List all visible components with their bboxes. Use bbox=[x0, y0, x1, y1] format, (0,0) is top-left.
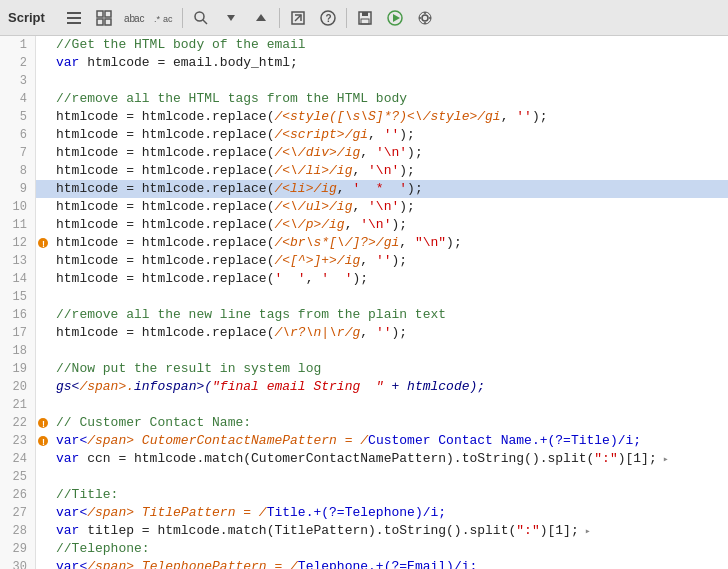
line-code: //Title: bbox=[50, 486, 728, 504]
code-line: 10htmlcode = htmlcode.replace(/<\/ul>/ig… bbox=[0, 198, 728, 216]
line-indicator bbox=[36, 288, 50, 306]
code-line: 27var</span> TitlePattern = /Title.+(?=T… bbox=[0, 504, 728, 522]
code-line: 1//Get the HTML body of the email bbox=[0, 36, 728, 54]
toolbar-title: Script bbox=[6, 10, 58, 25]
save-button[interactable] bbox=[351, 4, 379, 32]
line-code: htmlcode = htmlcode.replace(/\r?\n|\r/g,… bbox=[50, 324, 728, 342]
up-button[interactable] bbox=[247, 4, 275, 32]
svg-text:?: ? bbox=[326, 13, 332, 24]
settings-icon bbox=[417, 10, 433, 26]
code-line: 30var</span> TelephonePattern = /Telepho… bbox=[0, 558, 728, 569]
svg-text:!: ! bbox=[42, 239, 45, 249]
line-code: //remove all the HTML tags from the HTML… bbox=[50, 90, 728, 108]
line-code: var htmlcode = email.body_html; bbox=[50, 54, 728, 72]
svg-rect-1 bbox=[67, 17, 81, 19]
line-indicator bbox=[36, 360, 50, 378]
line-number: 30 bbox=[0, 558, 36, 569]
list-icon bbox=[65, 9, 83, 27]
svg-rect-6 bbox=[105, 19, 111, 25]
line-number: 18 bbox=[0, 342, 36, 360]
line-number: 4 bbox=[0, 90, 36, 108]
line-indicator bbox=[36, 486, 50, 504]
line-number: 12 bbox=[0, 234, 36, 252]
code-line: 12!htmlcode = htmlcode.replace(/<br\s*[\… bbox=[0, 234, 728, 252]
line-code: htmlcode = htmlcode.replace(/<\/li>/ig, … bbox=[50, 162, 728, 180]
line-number: 26 bbox=[0, 486, 36, 504]
code-line: 20gs</span>.infospan>("final email Strin… bbox=[0, 378, 728, 396]
dropdown-button[interactable] bbox=[217, 4, 245, 32]
line-number: 1 bbox=[0, 36, 36, 54]
ab-replace-button[interactable]: ab ac bbox=[120, 4, 148, 32]
code-line: 28var titlep = htmlcode.match(TitlePatte… bbox=[0, 522, 728, 540]
code-line: 6htmlcode = htmlcode.replace(/<script>/g… bbox=[0, 126, 728, 144]
line-indicator bbox=[36, 216, 50, 234]
code-line: 11htmlcode = htmlcode.replace(/<\/p>/ig,… bbox=[0, 216, 728, 234]
line-number: 5 bbox=[0, 108, 36, 126]
regex-icon: .* ac bbox=[153, 9, 175, 27]
line-number: 19 bbox=[0, 360, 36, 378]
line-number: 20 bbox=[0, 378, 36, 396]
line-number: 23 bbox=[0, 432, 36, 450]
regex-button[interactable]: .* ac bbox=[150, 4, 178, 32]
code-line: 9htmlcode = htmlcode.replace(/<li>/ig, '… bbox=[0, 180, 728, 198]
line-number: 21 bbox=[0, 396, 36, 414]
fold-arrow[interactable]: ▸ bbox=[579, 523, 589, 541]
line-indicator bbox=[36, 270, 50, 288]
svg-point-11 bbox=[195, 12, 204, 21]
separator-3 bbox=[346, 8, 347, 28]
separator-1 bbox=[182, 8, 183, 28]
line-number: 7 bbox=[0, 144, 36, 162]
svg-line-12 bbox=[203, 20, 207, 24]
line-code: htmlcode = htmlcode.replace(' ', ' '); bbox=[50, 270, 728, 288]
line-indicator bbox=[36, 540, 50, 558]
fold-arrow[interactable]: ▸ bbox=[657, 451, 667, 469]
line-indicator bbox=[36, 54, 50, 72]
svg-rect-20 bbox=[362, 12, 368, 16]
code-line: 14htmlcode = htmlcode.replace(' ', ' '); bbox=[0, 270, 728, 288]
up-icon bbox=[254, 11, 268, 25]
svg-text:ac: ac bbox=[134, 13, 145, 24]
line-number: 16 bbox=[0, 306, 36, 324]
line-indicator bbox=[36, 108, 50, 126]
svg-rect-5 bbox=[97, 19, 103, 25]
svg-rect-0 bbox=[67, 12, 81, 14]
settings-button[interactable] bbox=[411, 4, 439, 32]
line-code bbox=[50, 396, 728, 414]
search-button[interactable] bbox=[187, 4, 215, 32]
code-line: 26//Title: bbox=[0, 486, 728, 504]
export-icon bbox=[290, 10, 306, 26]
line-code: var</span> TitlePattern = /Title.+(?=Tel… bbox=[50, 504, 728, 522]
code-editor[interactable]: 1//Get the HTML body of the email2var ht… bbox=[0, 36, 728, 569]
line-indicator: ! bbox=[36, 432, 50, 450]
line-code bbox=[50, 342, 728, 360]
line-indicator: ! bbox=[36, 414, 50, 432]
line-number: 3 bbox=[0, 72, 36, 90]
code-line: 21 bbox=[0, 396, 728, 414]
line-code: htmlcode = htmlcode.replace(/<[^>]+>/ig,… bbox=[50, 252, 728, 270]
line-number: 27 bbox=[0, 504, 36, 522]
code-line: 23!var</span> CutomerContactNamePattern … bbox=[0, 432, 728, 450]
line-code: var</span> TelephonePattern = /Telephone… bbox=[50, 558, 728, 569]
line-indicator bbox=[36, 558, 50, 569]
help-button[interactable]: ? bbox=[314, 4, 342, 32]
ab-replace-icon: ab ac bbox=[123, 9, 145, 27]
svg-line-16 bbox=[295, 15, 301, 21]
line-indicator bbox=[36, 180, 50, 198]
line-indicator bbox=[36, 378, 50, 396]
code-line: 29//Telephone: bbox=[0, 540, 728, 558]
line-number: 17 bbox=[0, 324, 36, 342]
run-button[interactable] bbox=[381, 4, 409, 32]
export-button[interactable] bbox=[284, 4, 312, 32]
line-code: htmlcode = htmlcode.replace(/<style([\s\… bbox=[50, 108, 728, 126]
line-indicator bbox=[36, 90, 50, 108]
code-line: 15 bbox=[0, 288, 728, 306]
code-line: 22!// Customer Contact Name: bbox=[0, 414, 728, 432]
list-button[interactable] bbox=[60, 4, 88, 32]
line-code: htmlcode = htmlcode.replace(/<\/div>/ig,… bbox=[50, 144, 728, 162]
svg-marker-23 bbox=[393, 14, 400, 22]
line-number: 6 bbox=[0, 126, 36, 144]
table-button[interactable] bbox=[90, 4, 118, 32]
line-number: 8 bbox=[0, 162, 36, 180]
line-indicator bbox=[36, 72, 50, 90]
toolbar: Script ab ac .* ac bbox=[0, 0, 728, 36]
